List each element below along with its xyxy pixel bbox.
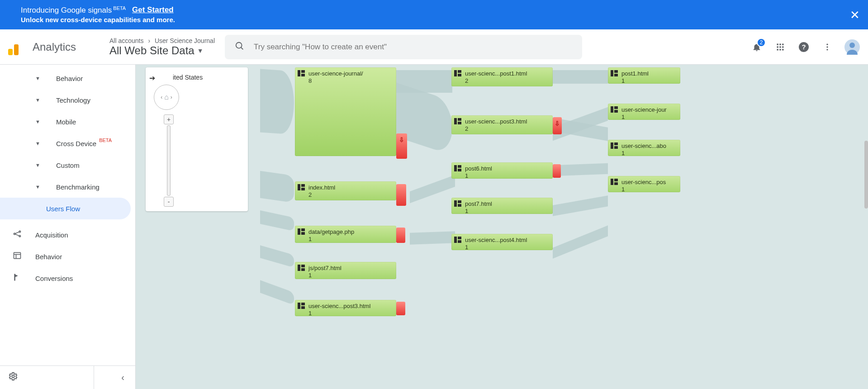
flow-node[interactable]: post1.html1 <box>608 67 680 84</box>
node-count: 2 <box>465 77 549 85</box>
pan-control[interactable]: ‹ ⌂ › <box>154 85 179 110</box>
dropoff-indicator[interactable] <box>553 164 561 178</box>
flow-node[interactable]: post6.html1 <box>451 162 553 179</box>
flow-node[interactable]: user-scienc...pos1 <box>608 176 680 192</box>
flow-node[interactable]: user-scienc...post1.html2 <box>451 67 553 86</box>
sidebar-item-technology[interactable]: ▼Technology <box>0 89 135 111</box>
svg-rect-5 <box>777 46 778 47</box>
flow-node[interactable]: js/post7.html1 <box>295 262 396 279</box>
page-icon <box>454 70 461 76</box>
sidebar-item-custom[interactable]: ▼Custom <box>0 154 135 176</box>
node-count: 2 <box>308 191 393 199</box>
node-count: 1 <box>621 150 677 157</box>
sidebar-item-label: Behavior <box>56 75 83 82</box>
sidebar-section-label: Acquisition <box>35 231 68 239</box>
page-icon <box>454 200 461 207</box>
svg-point-17 <box>14 233 15 234</box>
notifications-icon[interactable]: 2 <box>750 41 763 53</box>
svg-point-25 <box>12 375 14 378</box>
svg-line-20 <box>15 232 19 233</box>
dropoff-indicator[interactable]: ⇩ <box>396 133 407 159</box>
get-started-link[interactable]: Get Started <box>132 5 174 14</box>
node-count: 1 <box>308 236 393 243</box>
search-bar[interactable] <box>225 35 582 59</box>
sidebar-section-acquisition[interactable]: Acquisition <box>0 224 135 246</box>
svg-point-0 <box>236 43 242 48</box>
svg-point-15 <box>826 49 828 50</box>
chevron-down-icon: ▼ <box>35 97 40 103</box>
sidebar-item-cross-device[interactable]: ▼Cross DeviceBETA <box>0 133 135 154</box>
flow-node[interactable]: post7.html1 <box>451 198 553 214</box>
search-input[interactable] <box>254 43 572 52</box>
sidebar-item-behavior-audience[interactable]: ▼Behavior <box>0 67 135 89</box>
page-icon <box>298 228 305 235</box>
avatar[interactable] <box>844 39 860 55</box>
flow-node[interactable]: index.html2 <box>295 181 396 200</box>
sidebar-item-users-flow[interactable]: Users Flow <box>0 198 131 219</box>
sidebar-section-behavior[interactable]: Behavior <box>0 246 135 267</box>
node-label: user-scienc...post4.html <box>465 237 527 243</box>
promo-banner: Introducing Google signalsBETA Get Start… <box>0 0 868 29</box>
zoom-slider[interactable] <box>167 125 171 196</box>
minimap-title: ited States <box>173 74 242 81</box>
banner-title: Introducing Google signals <box>21 5 112 14</box>
dropoff-indicator[interactable]: ⇩ <box>553 117 562 134</box>
close-icon[interactable]: ✕ <box>850 8 860 22</box>
node-label: user-science-journal/ <box>308 70 363 77</box>
flow-node[interactable]: user-scienc...abo1 <box>608 140 680 156</box>
page-icon <box>454 165 461 171</box>
zoom-in-button[interactable]: + <box>164 114 174 124</box>
dropoff-indicator[interactable] <box>396 302 405 315</box>
breadcrumb-account: User Science Journal <box>155 37 215 44</box>
svg-rect-9 <box>779 49 781 50</box>
collapse-sidebar-icon[interactable]: ‹ <box>94 366 127 389</box>
pan-left-icon[interactable]: ‹ <box>161 94 162 100</box>
search-icon <box>235 41 245 52</box>
conversions-icon <box>13 273 22 284</box>
gear-icon[interactable] <box>8 371 18 384</box>
chevron-down-icon[interactable]: ▼ <box>197 47 204 54</box>
sidebar-item-benchmarking[interactable]: ▼Benchmarking <box>0 176 135 198</box>
page-icon <box>611 106 618 113</box>
page-icon <box>298 70 305 76</box>
node-count: 1 <box>308 310 393 317</box>
sidebar-item-mobile[interactable]: ▼Mobile <box>0 111 135 133</box>
dropoff-indicator[interactable] <box>396 228 405 243</box>
svg-rect-7 <box>782 46 783 47</box>
node-label: user-scienc...post3.html <box>308 303 370 309</box>
flow-node[interactable]: user-science-jour1 <box>608 104 680 120</box>
chevron-right-icon: › <box>148 37 150 44</box>
page-icon <box>454 118 461 124</box>
sidebar-section-label: Conversions <box>35 275 73 282</box>
more-icon[interactable] <box>821 41 834 53</box>
flow-minimap: ➔ ited States ‹ ⌂ › + - <box>146 67 248 211</box>
svg-point-19 <box>19 235 20 237</box>
flow-canvas[interactable]: ➔ ited States ‹ ⌂ › + - user-science-jou… <box>136 65 868 389</box>
flow-node[interactable]: user-scienc...post3.html2 <box>451 115 553 134</box>
node-count: 1 <box>465 208 549 215</box>
svg-rect-4 <box>782 43 783 45</box>
chevron-down-icon: ▼ <box>35 76 40 81</box>
beta-badge: BETA <box>99 138 112 143</box>
dropoff-indicator[interactable] <box>396 184 406 206</box>
breadcrumb[interactable]: All accounts › User Science Journal All … <box>109 37 215 57</box>
chevron-down-icon: ▼ <box>35 119 40 124</box>
flow-node[interactable]: data/getpage.php1 <box>295 226 396 243</box>
flow-node[interactable]: user-scienc...post4.html1 <box>451 234 553 250</box>
help-icon[interactable]: ? <box>797 41 810 53</box>
svg-line-1 <box>241 47 243 50</box>
home-icon[interactable]: ⌂ <box>164 93 169 101</box>
node-count: 1 <box>621 77 677 85</box>
pan-right-icon[interactable]: › <box>171 94 172 100</box>
chevron-down-icon: ▼ <box>35 162 40 168</box>
sidebar-section-conversions[interactable]: Conversions <box>0 267 135 289</box>
node-count: 1 <box>308 272 393 279</box>
flow-node[interactable]: user-science-journal/8 <box>295 67 396 156</box>
node-count: 1 <box>465 244 549 251</box>
node-count: 1 <box>465 172 549 180</box>
zoom-out-button[interactable]: - <box>164 197 174 207</box>
node-count: 1 <box>621 114 677 121</box>
flow-node[interactable]: user-scienc...post3.html1 <box>295 300 396 316</box>
apps-icon[interactable] <box>774 41 787 53</box>
enter-arrow-icon: ➔ <box>149 74 155 82</box>
